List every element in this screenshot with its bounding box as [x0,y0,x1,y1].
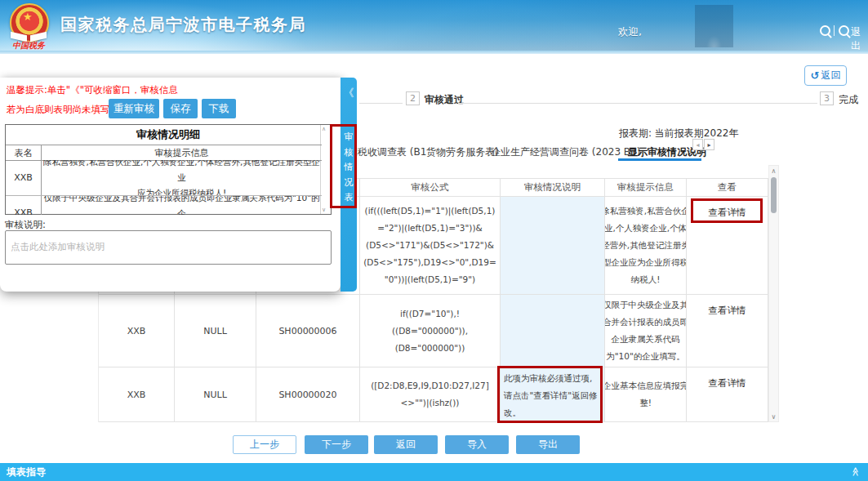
scrollbar-thumb[interactable] [771,177,777,213]
scroll-up-icon[interactable]: ∧ [322,126,326,132]
tab-scroll-right-icon[interactable]: ▸ [704,139,714,150]
step-line-mid [458,103,817,104]
cell-status-required: 此项为审核必须通过项, 请点击"查看详情"返回修 改。 [501,367,605,422]
app-root: ★ 中国税务 国家税务总局宁波市电子税务局 欢迎, 退出 ↺ 返回 2 审核通过… [0,0,868,481]
cell-prompt: 仅限于中央级企业及其 合并会计报表的成员即 企业隶属关系代码 为"10"的企业填… [605,295,687,367]
cell-prompt: 除私营独资,私营合伙企 业,个人独资企业,个体 经营外,其他登记注册类 型企业应… [605,197,687,295]
popup-cell-prompt: 除私营独资,私营合伙企业,个人独资企业,个体经营外,其他登记注册类型企业 应为企… [42,160,322,195]
recheck-button[interactable]: 重新审核 [109,99,159,118]
header-view: 查看 [687,179,768,197]
back-button[interactable]: 返回 [374,435,438,454]
audit-note-input[interactable] [5,230,332,265]
popup-header-form: 表名 [6,145,42,160]
cell-form-name: XXB [99,367,175,422]
cell-null: NULL [175,367,256,422]
site-title: 国家税务总局宁波市电子税务局 [60,14,306,36]
report-period: 报表期: 当前报表期2022年 [619,127,738,140]
logout-link[interactable]: 退出 [851,25,868,53]
export-button[interactable]: 导出 [516,435,580,454]
step-3-box: 3 [820,91,834,105]
emblem-star-icon: ★ [23,11,33,23]
header-audit-prompt: 审核提示信息 [605,179,687,197]
logo-caption: 中国税务 [2,40,56,51]
header-separator [834,25,835,36]
scroll-down-icon[interactable]: ∨ [322,207,326,213]
tab-tax-survey-b1[interactable]: 国税收调查表 (B1货物劳务服务表) [348,145,499,159]
back-arrow-icon: ↺ [811,69,820,82]
form-guide-label: 填表指导 [7,465,46,479]
zoom-out-icon[interactable] [820,25,830,36]
popup-side-bar: 《 审核情况表 [341,78,357,292]
header-audit-status: 审核情况说明 [501,179,605,197]
step-3-label: 完成 [839,93,858,107]
cell-null: NULL [175,295,256,367]
import-button[interactable]: 导入 [445,435,509,454]
header-audit-formula: 审核公式 [360,179,501,197]
cell-formula: ([D2:D8,E9,I9,D10:D27,I27] <>"")|(ishz()… [360,367,501,422]
audit-note-label: 审核说明: [5,219,46,231]
prev-step-button[interactable]: 上一步 [233,435,296,454]
cell-formula: (if(((left(D5,1)="1")|(left(D5,1) ="2")|… [360,197,501,295]
audit-info-popup: 温馨提示:单击"《"可收缩窗口，审核信息 若为白底则表明尚未填写审核说明 重新审… [0,78,341,292]
bridge-decoration [695,5,733,47]
form-guide-bar[interactable] [0,463,868,481]
collapse-panel-icon[interactable]: 《 [343,86,354,100]
audit-status-side-tab[interactable]: 审核情况表 [341,130,357,206]
cell-prompt: 企业基本信息应填报完 整! [605,367,687,422]
view-detail-link[interactable]: 查看详情 [687,295,768,367]
popup-header-prompt: 审核提示信息 [42,145,322,160]
audit-detail-table: 审核情况明细 ∧ ∨ 表名 审核提示信息 XXB 除私营独资,私营合伙企业,个人… [5,124,332,215]
cell-formula: if((D7="10"),! ((D8="000000")), (D8="000… [360,295,501,367]
save-button[interactable]: 保存 [163,99,198,118]
table-scrollbar[interactable]: ∧ ∨ [768,165,779,422]
scroll-up-icon[interactable]: ∧ [769,166,778,176]
popup-tip-line1: 温馨提示:单击"《"可收缩窗口，审核信息 [7,84,178,96]
step-line-left [359,103,403,104]
view-detail-link[interactable]: 查看详情 [687,197,768,295]
return-button-label: 返回 [821,69,840,82]
active-tab-underline [618,158,701,161]
popup-cell-prompt: 仅限于中央级企业及其合并会计报表的成员即企业隶属关系代码为"10"的企 [42,196,322,215]
welcome-text: 欢迎, [618,25,642,39]
audit-detail-title: 审核情况明细 [6,127,331,142]
next-step-button[interactable]: 下一步 [305,435,368,454]
table-row: XXB NULL SH00000006 if((D7="10"),! ((D8=… [99,295,768,367]
scroll-down-icon[interactable]: ∨ [769,412,778,421]
return-button[interactable]: ↺ 返回 [804,65,847,86]
popup-cell-form: XXB [6,196,42,215]
popup-cell-form: XXB [6,160,42,195]
popup-table-row-clipped: XXB 仅限于中央级企业及其合并会计报表的成员即企业隶属关系代码为"10"的企 [6,195,322,215]
cell-form-name: XXB [99,295,175,367]
popup-table-row: XXB 除私营独资,私营合伙企业,个人独资企业,个体经营外,其他登记注册类型企业… [6,160,322,195]
download-button[interactable]: 下载 [202,99,236,118]
popup-table-header: 表名 审核提示信息 [6,145,322,161]
cell-code: SH00000006 [256,295,360,367]
collapse-up-icon[interactable]: ≫ [850,467,861,477]
step-2-box: 2 [406,91,420,105]
cell-status [501,295,605,367]
header-divider [0,51,868,54]
table-row: XXB NULL SH00000020 ([D2:D8,E9,I9,D10:D2… [99,367,768,422]
tab-scroll-left-icon[interactable]: ◂ [692,139,703,150]
view-detail-link[interactable]: 查看详情 [687,367,768,422]
step-2-label: 审核通过 [425,93,464,107]
cell-code: SH00000020 [256,367,360,422]
zoom-in-icon[interactable] [839,25,849,36]
cell-status [501,197,605,295]
tab-enterprise-questionnaire[interactable]: 企业生产经营调查问卷 (2023 B3) [491,145,640,159]
